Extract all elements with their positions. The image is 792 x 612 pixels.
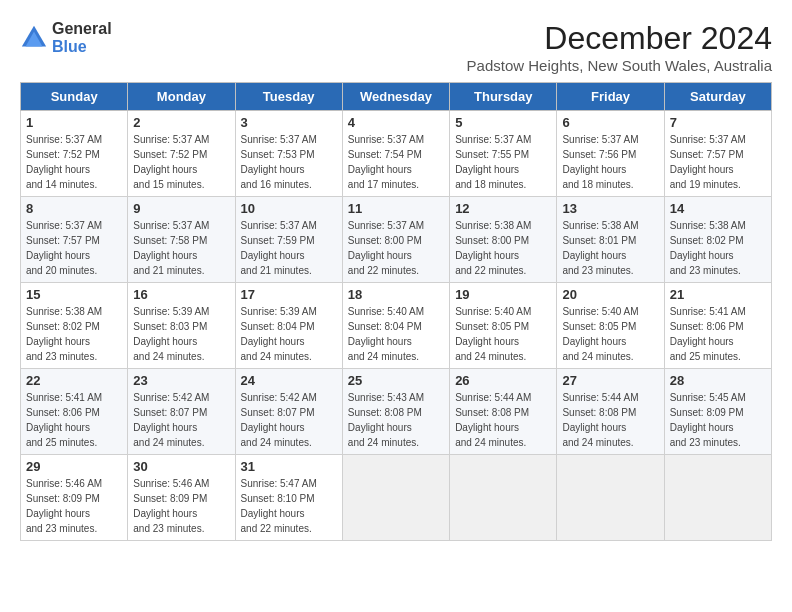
table-row: 7 Sunrise: 5:37 AM Sunset: 7:57 PM Dayli… — [664, 111, 771, 197]
day-info: Sunrise: 5:37 AM Sunset: 7:57 PM Dayligh… — [670, 132, 766, 192]
day-info: Sunrise: 5:37 AM Sunset: 7:59 PM Dayligh… — [241, 218, 337, 278]
day-info: Sunrise: 5:37 AM Sunset: 7:57 PM Dayligh… — [26, 218, 122, 278]
day-info: Sunrise: 5:37 AM Sunset: 7:56 PM Dayligh… — [562, 132, 658, 192]
logo: General Blue — [20, 20, 112, 56]
table-row: 2 Sunrise: 5:37 AM Sunset: 7:52 PM Dayli… — [128, 111, 235, 197]
table-row: 25 Sunrise: 5:43 AM Sunset: 8:08 PM Dayl… — [342, 369, 449, 455]
table-row: 5 Sunrise: 5:37 AM Sunset: 7:55 PM Dayli… — [450, 111, 557, 197]
table-row: 14 Sunrise: 5:38 AM Sunset: 8:02 PM Dayl… — [664, 197, 771, 283]
day-info: Sunrise: 5:37 AM Sunset: 7:53 PM Dayligh… — [241, 132, 337, 192]
header-friday: Friday — [557, 83, 664, 111]
table-row — [557, 455, 664, 541]
day-number: 30 — [133, 459, 229, 474]
location-title: Padstow Heights, New South Wales, Austra… — [467, 57, 772, 74]
table-row: 22 Sunrise: 5:41 AM Sunset: 8:06 PM Dayl… — [21, 369, 128, 455]
day-number: 16 — [133, 287, 229, 302]
day-info: Sunrise: 5:38 AM Sunset: 8:00 PM Dayligh… — [455, 218, 551, 278]
table-row — [342, 455, 449, 541]
day-number: 23 — [133, 373, 229, 388]
day-number: 29 — [26, 459, 122, 474]
table-row — [450, 455, 557, 541]
day-number: 6 — [562, 115, 658, 130]
table-row: 30 Sunrise: 5:46 AM Sunset: 8:09 PM Dayl… — [128, 455, 235, 541]
day-number: 21 — [670, 287, 766, 302]
table-row — [664, 455, 771, 541]
table-row: 18 Sunrise: 5:40 AM Sunset: 8:04 PM Dayl… — [342, 283, 449, 369]
calendar-week-row: 1 Sunrise: 5:37 AM Sunset: 7:52 PM Dayli… — [21, 111, 772, 197]
day-number: 26 — [455, 373, 551, 388]
table-row: 4 Sunrise: 5:37 AM Sunset: 7:54 PM Dayli… — [342, 111, 449, 197]
header-sunday: Sunday — [21, 83, 128, 111]
day-number: 28 — [670, 373, 766, 388]
table-row: 3 Sunrise: 5:37 AM Sunset: 7:53 PM Dayli… — [235, 111, 342, 197]
day-number: 14 — [670, 201, 766, 216]
day-info: Sunrise: 5:41 AM Sunset: 8:06 PM Dayligh… — [26, 390, 122, 450]
day-number: 4 — [348, 115, 444, 130]
day-number: 5 — [455, 115, 551, 130]
day-number: 17 — [241, 287, 337, 302]
day-number: 8 — [26, 201, 122, 216]
table-row: 9 Sunrise: 5:37 AM Sunset: 7:58 PM Dayli… — [128, 197, 235, 283]
table-row: 10 Sunrise: 5:37 AM Sunset: 7:59 PM Dayl… — [235, 197, 342, 283]
day-number: 18 — [348, 287, 444, 302]
table-row: 31 Sunrise: 5:47 AM Sunset: 8:10 PM Dayl… — [235, 455, 342, 541]
day-info: Sunrise: 5:38 AM Sunset: 8:02 PM Dayligh… — [670, 218, 766, 278]
table-row: 6 Sunrise: 5:37 AM Sunset: 7:56 PM Dayli… — [557, 111, 664, 197]
table-row: 23 Sunrise: 5:42 AM Sunset: 8:07 PM Dayl… — [128, 369, 235, 455]
day-info: Sunrise: 5:46 AM Sunset: 8:09 PM Dayligh… — [26, 476, 122, 536]
day-number: 2 — [133, 115, 229, 130]
table-row: 17 Sunrise: 5:39 AM Sunset: 8:04 PM Dayl… — [235, 283, 342, 369]
logo-text: General Blue — [52, 20, 112, 56]
day-info: Sunrise: 5:37 AM Sunset: 7:58 PM Dayligh… — [133, 218, 229, 278]
day-info: Sunrise: 5:39 AM Sunset: 8:03 PM Dayligh… — [133, 304, 229, 364]
day-number: 7 — [670, 115, 766, 130]
table-row: 15 Sunrise: 5:38 AM Sunset: 8:02 PM Dayl… — [21, 283, 128, 369]
day-info: Sunrise: 5:47 AM Sunset: 8:10 PM Dayligh… — [241, 476, 337, 536]
day-info: Sunrise: 5:38 AM Sunset: 8:01 PM Dayligh… — [562, 218, 658, 278]
table-row: 29 Sunrise: 5:46 AM Sunset: 8:09 PM Dayl… — [21, 455, 128, 541]
day-number: 12 — [455, 201, 551, 216]
table-row: 24 Sunrise: 5:42 AM Sunset: 8:07 PM Dayl… — [235, 369, 342, 455]
day-info: Sunrise: 5:44 AM Sunset: 8:08 PM Dayligh… — [562, 390, 658, 450]
day-number: 27 — [562, 373, 658, 388]
table-row: 11 Sunrise: 5:37 AM Sunset: 8:00 PM Dayl… — [342, 197, 449, 283]
table-row: 19 Sunrise: 5:40 AM Sunset: 8:05 PM Dayl… — [450, 283, 557, 369]
title-block: December 2024 Padstow Heights, New South… — [467, 20, 772, 74]
day-info: Sunrise: 5:37 AM Sunset: 7:55 PM Dayligh… — [455, 132, 551, 192]
day-info: Sunrise: 5:44 AM Sunset: 8:08 PM Dayligh… — [455, 390, 551, 450]
day-number: 19 — [455, 287, 551, 302]
header-saturday: Saturday — [664, 83, 771, 111]
page-header: General Blue December 2024 Padstow Heigh… — [20, 20, 772, 74]
day-number: 3 — [241, 115, 337, 130]
table-row: 1 Sunrise: 5:37 AM Sunset: 7:52 PM Dayli… — [21, 111, 128, 197]
month-title: December 2024 — [467, 20, 772, 57]
table-row: 28 Sunrise: 5:45 AM Sunset: 8:09 PM Dayl… — [664, 369, 771, 455]
day-number: 15 — [26, 287, 122, 302]
calendar-week-row: 15 Sunrise: 5:38 AM Sunset: 8:02 PM Dayl… — [21, 283, 772, 369]
day-number: 22 — [26, 373, 122, 388]
day-number: 20 — [562, 287, 658, 302]
day-number: 31 — [241, 459, 337, 474]
day-info: Sunrise: 5:37 AM Sunset: 8:00 PM Dayligh… — [348, 218, 444, 278]
header-thursday: Thursday — [450, 83, 557, 111]
header-wednesday: Wednesday — [342, 83, 449, 111]
calendar-table: Sunday Monday Tuesday Wednesday Thursday… — [20, 82, 772, 541]
day-info: Sunrise: 5:40 AM Sunset: 8:05 PM Dayligh… — [562, 304, 658, 364]
calendar-week-row: 22 Sunrise: 5:41 AM Sunset: 8:06 PM Dayl… — [21, 369, 772, 455]
table-row: 16 Sunrise: 5:39 AM Sunset: 8:03 PM Dayl… — [128, 283, 235, 369]
header-monday: Monday — [128, 83, 235, 111]
calendar-week-row: 29 Sunrise: 5:46 AM Sunset: 8:09 PM Dayl… — [21, 455, 772, 541]
table-row: 8 Sunrise: 5:37 AM Sunset: 7:57 PM Dayli… — [21, 197, 128, 283]
day-info: Sunrise: 5:40 AM Sunset: 8:05 PM Dayligh… — [455, 304, 551, 364]
day-number: 13 — [562, 201, 658, 216]
day-number: 1 — [26, 115, 122, 130]
table-row: 13 Sunrise: 5:38 AM Sunset: 8:01 PM Dayl… — [557, 197, 664, 283]
day-info: Sunrise: 5:45 AM Sunset: 8:09 PM Dayligh… — [670, 390, 766, 450]
calendar-header-row: Sunday Monday Tuesday Wednesday Thursday… — [21, 83, 772, 111]
day-info: Sunrise: 5:37 AM Sunset: 7:54 PM Dayligh… — [348, 132, 444, 192]
day-number: 11 — [348, 201, 444, 216]
day-info: Sunrise: 5:43 AM Sunset: 8:08 PM Dayligh… — [348, 390, 444, 450]
header-tuesday: Tuesday — [235, 83, 342, 111]
day-info: Sunrise: 5:42 AM Sunset: 8:07 PM Dayligh… — [241, 390, 337, 450]
logo-icon — [20, 24, 48, 52]
